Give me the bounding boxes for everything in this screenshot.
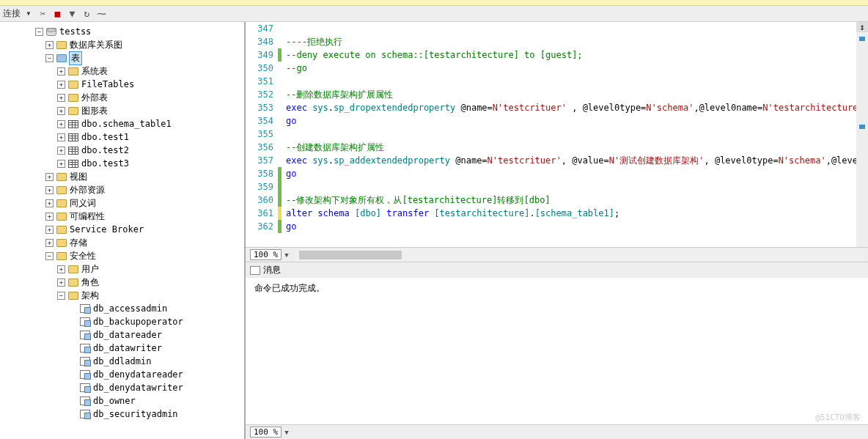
expand-toggle[interactable]: + — [57, 160, 65, 168]
code-line[interactable] — [282, 180, 868, 193]
expand-toggle[interactable]: + — [45, 186, 54, 194]
code-line[interactable]: --创建数据库架构扩属性 — [282, 141, 868, 154]
tree-schema[interactable]: db_denydatawriter — [0, 381, 244, 394]
expand-toggle[interactable]: − — [35, 28, 43, 36]
tree-security[interactable]: −安全性 — [0, 249, 244, 262]
expand-toggle[interactable]: + — [57, 67, 65, 75]
tree-node-label: 同义词 — [70, 197, 96, 210]
connect-label[interactable]: 连接 ▾ — [3, 7, 31, 20]
code-body[interactable]: ----拒绝执行--deny execute on schema::[testa… — [282, 22, 868, 247]
tree-node-label: 用户 — [81, 263, 99, 276]
object-explorer-tree[interactable]: −testss+数据库关系图−表+系统表+FileTables+外部表+图形表+… — [0, 22, 246, 439]
tree-node-label: db_securityadmin — [93, 409, 178, 419]
tree-node[interactable]: +可编程性 — [0, 210, 244, 223]
tree-schema[interactable]: db_securityadmin — [0, 407, 244, 421]
expand-toggle[interactable]: + — [57, 107, 65, 115]
tree-node[interactable]: +视图 — [0, 170, 244, 183]
expand-toggle[interactable]: − — [45, 54, 54, 62]
expand-toggle[interactable]: + — [57, 265, 65, 273]
toolbar-disconnect-icon[interactable]: ✂ — [37, 8, 48, 20]
zoom-dropdown-icon[interactable]: ▼ — [284, 251, 288, 259]
tree-node[interactable]: +数据库关系图 — [0, 38, 244, 51]
code-line[interactable]: --deny execute on schema::[testarchitect… — [282, 48, 868, 62]
tree-node-label: dbo.test2 — [81, 145, 129, 155]
tree-node[interactable]: +外部资源 — [0, 183, 244, 196]
code-line[interactable]: ----拒绝执行 — [282, 35, 868, 48]
code-line[interactable] — [282, 75, 868, 88]
tree-schemas[interactable]: −架构 — [0, 289, 244, 302]
horizontal-scrollbar[interactable] — [295, 249, 864, 261]
expand-toggle — [69, 305, 77, 313]
code-line[interactable]: --修改架构下对象所有权，从[testarchitecture]转移到[dbo] — [282, 193, 868, 207]
tree-node[interactable]: +系统表 — [0, 64, 244, 78]
tree-node[interactable]: +存储 — [0, 236, 244, 249]
code-line[interactable]: --go — [282, 62, 868, 75]
expand-toggle[interactable]: + — [57, 81, 65, 89]
sql-editor[interactable]: 3473483493503513523533543553563573583593… — [246, 22, 868, 247]
expand-toggle[interactable]: + — [57, 120, 65, 128]
toolbar-filter-icon[interactable]: ▼ — [66, 8, 78, 20]
tree-table[interactable]: +dbo.schema_table1 — [0, 117, 244, 130]
table-icon — [68, 160, 78, 168]
tree-schema[interactable]: db_datawriter — [0, 342, 244, 355]
expand-toggle[interactable]: + — [45, 41, 54, 49]
tree-schema[interactable]: db_owner — [0, 394, 244, 407]
tree-node[interactable]: +用户 — [0, 262, 244, 276]
tree-schema[interactable]: db_datareader — [0, 328, 244, 342]
zoom-value[interactable]: 100 % — [250, 249, 282, 260]
messages-zoom-dropdown-icon[interactable]: ▼ — [284, 429, 288, 436]
tree-schema[interactable]: db_ddladmin — [0, 355, 244, 368]
tree-node[interactable]: +图形表 — [0, 104, 244, 117]
tree-node-label: 外部表 — [81, 92, 108, 104]
tree-node[interactable]: +外部表 — [0, 91, 244, 104]
tree-schema[interactable]: db_denydatareader — [0, 368, 244, 381]
messages-zoom-value[interactable]: 100 % — [250, 427, 282, 438]
overview-ruler — [856, 22, 868, 247]
messages-tab-header[interactable]: 消息 — [246, 262, 868, 278]
tree-node[interactable]: +角色 — [0, 276, 244, 289]
tree-schema[interactable]: db_backupoperator — [0, 315, 244, 328]
code-line[interactable]: alter schema [dbo] transfer [testarchite… — [282, 207, 868, 220]
code-line[interactable]: go — [282, 167, 868, 180]
split-toggle-icon[interactable]: ↕ — [856, 22, 868, 32]
expand-toggle[interactable]: + — [45, 199, 54, 207]
expand-toggle[interactable]: − — [57, 292, 65, 300]
scrollbar-thumb[interactable] — [299, 251, 402, 259]
tree-node[interactable]: +FileTables — [0, 78, 244, 91]
toolbar-refresh-icon[interactable]: ↻ — [81, 8, 92, 20]
tree-schema[interactable]: db_accessadmin — [0, 302, 244, 315]
folder-icon — [68, 292, 78, 300]
tree-tables[interactable]: −表 — [0, 51, 244, 64]
code-line[interactable]: go — [282, 114, 868, 128]
tree-node[interactable]: +Service Broker — [0, 223, 244, 236]
tree-db[interactable]: −testss — [0, 25, 244, 38]
expand-toggle[interactable]: + — [57, 94, 65, 102]
tree-node-label: 图形表 — [81, 105, 108, 117]
expand-toggle[interactable]: + — [45, 226, 54, 234]
code-line[interactable]: exec sys.sp_addextendedproperty @name=N'… — [282, 154, 868, 167]
expand-toggle[interactable]: + — [57, 133, 65, 141]
tree-table[interactable]: +dbo.test2 — [0, 144, 244, 157]
expand-toggle[interactable]: + — [45, 239, 54, 247]
code-line[interactable]: exec sys.sp_dropextendedproperty @name=N… — [282, 101, 868, 114]
code-line[interactable]: --删除数据库架构扩展属性 — [282, 88, 868, 101]
expand-toggle[interactable]: + — [57, 147, 65, 155]
folder-icon — [56, 41, 67, 49]
expand-toggle[interactable]: + — [45, 173, 54, 181]
expand-toggle[interactable]: − — [45, 252, 54, 260]
code-line[interactable] — [282, 128, 868, 141]
messages-body: 命令已成功完成。 @51CTO博客 — [246, 278, 868, 424]
tree-node[interactable]: +同义词 — [0, 196, 244, 210]
expand-toggle[interactable]: + — [57, 278, 65, 287]
tree-table[interactable]: +dbo.test3 — [0, 157, 244, 170]
toolbar-stop-icon[interactable]: ■ — [51, 8, 63, 20]
expand-toggle — [69, 331, 77, 339]
toolbar-activity-icon[interactable]: ⁓ — [95, 8, 107, 20]
schema-icon — [80, 331, 90, 339]
code-line[interactable]: go — [282, 220, 868, 233]
tree-table[interactable]: +dbo.test1 — [0, 130, 244, 144]
expand-toggle — [69, 318, 77, 326]
code-line[interactable] — [282, 22, 868, 35]
expand-toggle[interactable]: + — [45, 213, 54, 221]
schema-icon — [80, 304, 90, 313]
